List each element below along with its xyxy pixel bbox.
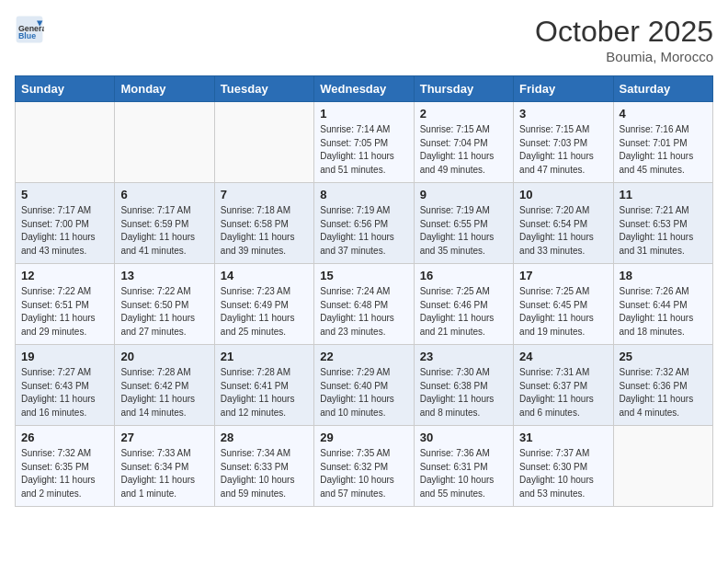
- day-number: 16: [420, 269, 507, 282]
- calendar-day-cell: 3Sunrise: 7:15 AM Sunset: 7:03 PM Daylig…: [514, 102, 613, 183]
- day-info: Sunrise: 7:17 AM Sunset: 6:59 PM Dayligh…: [120, 204, 208, 258]
- calendar-day-cell: 20Sunrise: 7:28 AM Sunset: 6:42 PM Dayli…: [115, 345, 214, 426]
- calendar-day-cell: 22Sunrise: 7:29 AM Sunset: 6:40 PM Dayli…: [314, 345, 414, 426]
- day-number: 17: [519, 269, 607, 282]
- day-number: 2: [420, 107, 507, 121]
- column-header-tuesday: Tuesday: [214, 76, 313, 102]
- calendar-day-cell: 10Sunrise: 7:20 AM Sunset: 6:54 PM Dayli…: [514, 183, 613, 264]
- calendar-day-cell: 17Sunrise: 7:25 AM Sunset: 6:45 PM Dayli…: [514, 264, 613, 345]
- calendar-day-cell: 23Sunrise: 7:30 AM Sunset: 6:38 PM Dayli…: [414, 345, 513, 426]
- day-info: Sunrise: 7:25 AM Sunset: 6:45 PM Dayligh…: [519, 285, 607, 339]
- calendar-day-cell: 19Sunrise: 7:27 AM Sunset: 6:43 PM Dayli…: [16, 345, 115, 426]
- calendar-day-cell: 6Sunrise: 7:17 AM Sunset: 6:59 PM Daylig…: [115, 183, 214, 264]
- day-info: Sunrise: 7:25 AM Sunset: 6:46 PM Dayligh…: [420, 285, 507, 339]
- calendar-day-cell: 2Sunrise: 7:15 AM Sunset: 7:04 PM Daylig…: [414, 102, 513, 183]
- day-number: 9: [420, 188, 507, 201]
- calendar-day-cell: 14Sunrise: 7:23 AM Sunset: 6:49 PM Dayli…: [214, 264, 313, 345]
- page-header: General Blue October 2025 Boumia, Morocc…: [15, 15, 713, 64]
- day-number: 4: [620, 107, 707, 121]
- calendar-day-cell: 4Sunrise: 7:16 AM Sunset: 7:01 PM Daylig…: [613, 102, 712, 183]
- day-info: Sunrise: 7:22 AM Sunset: 6:51 PM Dayligh…: [21, 285, 108, 339]
- month-title: October 2025: [535, 15, 713, 49]
- day-number: 23: [420, 350, 507, 363]
- svg-text:Blue: Blue: [18, 31, 36, 40]
- calendar-day-cell: 7Sunrise: 7:18 AM Sunset: 6:58 PM Daylig…: [214, 183, 313, 264]
- day-number: 28: [221, 431, 308, 444]
- calendar-header-row: SundayMondayTuesdayWednesdayThursdayFrid…: [16, 76, 713, 102]
- calendar-day-cell: 27Sunrise: 7:33 AM Sunset: 6:34 PM Dayli…: [115, 426, 214, 507]
- calendar-day-cell: 5Sunrise: 7:17 AM Sunset: 7:00 PM Daylig…: [16, 183, 115, 264]
- column-header-wednesday: Wednesday: [314, 76, 414, 102]
- day-info: Sunrise: 7:14 AM Sunset: 7:05 PM Dayligh…: [320, 123, 407, 177]
- day-info: Sunrise: 7:15 AM Sunset: 7:04 PM Dayligh…: [420, 123, 507, 177]
- day-info: Sunrise: 7:28 AM Sunset: 6:41 PM Dayligh…: [221, 366, 308, 419]
- day-number: 26: [21, 431, 108, 444]
- location-subtitle: Boumia, Morocco: [535, 49, 713, 64]
- day-number: 18: [620, 269, 707, 282]
- day-info: Sunrise: 7:24 AM Sunset: 6:48 PM Dayligh…: [320, 285, 407, 339]
- column-header-thursday: Thursday: [414, 76, 513, 102]
- day-number: 11: [620, 188, 707, 201]
- day-number: 30: [420, 431, 507, 444]
- day-info: Sunrise: 7:36 AM Sunset: 6:31 PM Dayligh…: [420, 447, 507, 500]
- day-info: Sunrise: 7:15 AM Sunset: 7:03 PM Dayligh…: [519, 123, 607, 177]
- day-info: Sunrise: 7:18 AM Sunset: 6:58 PM Dayligh…: [221, 204, 308, 258]
- day-info: Sunrise: 7:33 AM Sunset: 6:34 PM Dayligh…: [120, 447, 208, 500]
- calendar-day-cell: 15Sunrise: 7:24 AM Sunset: 6:48 PM Dayli…: [314, 264, 414, 345]
- column-header-sunday: Sunday: [16, 76, 115, 102]
- day-info: Sunrise: 7:30 AM Sunset: 6:38 PM Dayligh…: [420, 366, 507, 419]
- day-info: Sunrise: 7:28 AM Sunset: 6:42 PM Dayligh…: [120, 366, 208, 419]
- calendar-day-cell: 30Sunrise: 7:36 AM Sunset: 6:31 PM Dayli…: [414, 426, 513, 507]
- calendar-day-cell: 1Sunrise: 7:14 AM Sunset: 7:05 PM Daylig…: [314, 102, 414, 183]
- title-block: October 2025 Boumia, Morocco: [535, 15, 713, 64]
- calendar-day-cell: 13Sunrise: 7:22 AM Sunset: 6:50 PM Dayli…: [115, 264, 214, 345]
- calendar-week-row: 5Sunrise: 7:17 AM Sunset: 7:00 PM Daylig…: [16, 183, 713, 264]
- calendar-day-cell: 8Sunrise: 7:19 AM Sunset: 6:56 PM Daylig…: [314, 183, 414, 264]
- logo-icon: General Blue: [15, 15, 44, 44]
- day-number: 6: [120, 188, 208, 201]
- day-number: 25: [620, 350, 707, 363]
- calendar-week-row: 1Sunrise: 7:14 AM Sunset: 7:05 PM Daylig…: [16, 102, 713, 183]
- day-info: Sunrise: 7:22 AM Sunset: 6:50 PM Dayligh…: [120, 285, 208, 339]
- day-info: Sunrise: 7:35 AM Sunset: 6:32 PM Dayligh…: [320, 447, 407, 500]
- calendar-day-cell: 24Sunrise: 7:31 AM Sunset: 6:37 PM Dayli…: [514, 345, 613, 426]
- calendar-day-cell: 28Sunrise: 7:34 AM Sunset: 6:33 PM Dayli…: [214, 426, 313, 507]
- calendar-week-row: 26Sunrise: 7:32 AM Sunset: 6:35 PM Dayli…: [16, 426, 713, 507]
- column-header-friday: Friday: [514, 76, 613, 102]
- day-info: Sunrise: 7:17 AM Sunset: 7:00 PM Dayligh…: [21, 204, 108, 258]
- day-number: 22: [320, 350, 407, 363]
- day-number: 14: [221, 269, 308, 282]
- day-info: Sunrise: 7:21 AM Sunset: 6:53 PM Dayligh…: [620, 204, 707, 258]
- calendar-week-row: 19Sunrise: 7:27 AM Sunset: 6:43 PM Dayli…: [16, 345, 713, 426]
- calendar-day-cell: 18Sunrise: 7:26 AM Sunset: 6:44 PM Dayli…: [613, 264, 712, 345]
- calendar-day-cell: 31Sunrise: 7:37 AM Sunset: 6:30 PM Dayli…: [514, 426, 613, 507]
- calendar-day-cell: 11Sunrise: 7:21 AM Sunset: 6:53 PM Dayli…: [613, 183, 712, 264]
- day-number: 27: [120, 431, 208, 444]
- calendar-day-cell: 12Sunrise: 7:22 AM Sunset: 6:51 PM Dayli…: [16, 264, 115, 345]
- calendar-day-cell: 25Sunrise: 7:32 AM Sunset: 6:36 PM Dayli…: [613, 345, 712, 426]
- day-info: Sunrise: 7:20 AM Sunset: 6:54 PM Dayligh…: [519, 204, 607, 258]
- day-info: Sunrise: 7:32 AM Sunset: 6:36 PM Dayligh…: [620, 366, 707, 419]
- day-number: 13: [120, 269, 208, 282]
- day-number: 24: [519, 350, 607, 363]
- day-number: 31: [519, 431, 607, 444]
- calendar-day-cell: 29Sunrise: 7:35 AM Sunset: 6:32 PM Dayli…: [314, 426, 414, 507]
- day-number: 7: [221, 188, 308, 201]
- empty-cell: [16, 102, 115, 183]
- column-header-saturday: Saturday: [613, 76, 712, 102]
- day-info: Sunrise: 7:29 AM Sunset: 6:40 PM Dayligh…: [320, 366, 407, 419]
- day-info: Sunrise: 7:27 AM Sunset: 6:43 PM Dayligh…: [21, 366, 108, 419]
- calendar-day-cell: 26Sunrise: 7:32 AM Sunset: 6:35 PM Dayli…: [16, 426, 115, 507]
- empty-cell: [115, 102, 214, 183]
- day-info: Sunrise: 7:16 AM Sunset: 7:01 PM Dayligh…: [620, 123, 707, 177]
- day-info: Sunrise: 7:32 AM Sunset: 6:35 PM Dayligh…: [21, 447, 108, 500]
- day-number: 5: [21, 188, 108, 201]
- day-info: Sunrise: 7:34 AM Sunset: 6:33 PM Dayligh…: [221, 447, 308, 500]
- day-number: 1: [320, 107, 407, 121]
- day-number: 19: [21, 350, 108, 363]
- day-info: Sunrise: 7:26 AM Sunset: 6:44 PM Dayligh…: [620, 285, 707, 339]
- calendar-day-cell: 9Sunrise: 7:19 AM Sunset: 6:55 PM Daylig…: [414, 183, 513, 264]
- day-number: 29: [320, 431, 407, 444]
- day-info: Sunrise: 7:31 AM Sunset: 6:37 PM Dayligh…: [519, 366, 607, 419]
- empty-cell: [214, 102, 313, 183]
